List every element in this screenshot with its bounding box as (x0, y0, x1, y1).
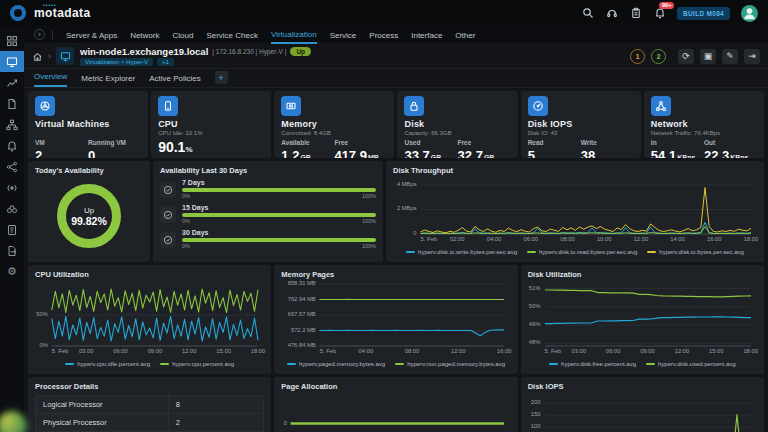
tab-active-policies[interactable]: Active Policies (149, 74, 201, 87)
stat-value: 32.7 (458, 148, 483, 158)
user-avatar[interactable] (741, 5, 758, 22)
brand-name: motadata ••••• (34, 6, 91, 20)
stat-value: 38 (581, 148, 595, 158)
stat-label: Used (404, 139, 457, 146)
kpi-card-memory: Memory Committed: 8.4GB Available1.2GB F… (274, 91, 394, 158)
kpi-subtitle: CPU Idle: 10.1% (158, 130, 264, 138)
scale-min: 0% (182, 218, 190, 224)
nav-item-cloud[interactable]: Cloud (172, 27, 193, 43)
stat-label: Out (704, 139, 757, 146)
nav-item-server-apps[interactable]: Server & Apps (66, 27, 117, 43)
cpu-utilization-chart: 50%0%5. Feb03:0006:0009:0012:0015:0018:0… (35, 279, 264, 359)
availability-row: 7 Days 0%100% (160, 179, 376, 199)
export-button[interactable]: ▣ (700, 49, 716, 64)
sidebar-item-report-icon[interactable] (0, 219, 24, 240)
severity-marker-1[interactable]: 1 (630, 49, 645, 64)
cpu-usage-value: 90.1 (158, 139, 185, 155)
availability-row-label: 30 Days (182, 229, 376, 236)
motadata-logo-icon (10, 5, 26, 21)
dashboard-tabs: Overview Metric Explorer Active Policies… (24, 69, 768, 88)
sidebar-item-monitor[interactable] (0, 51, 24, 72)
nav-item-process[interactable]: Process (369, 27, 398, 43)
sidebar-item-binoculars-icon[interactable] (0, 198, 24, 219)
sidebar-item-trend-chart-icon[interactable] (0, 72, 24, 93)
gauge-icon (160, 207, 176, 223)
kpi-title: Disk (404, 119, 510, 129)
card-title: Disk IOPS (528, 382, 757, 391)
table-row: Logical Processor 8 (36, 396, 263, 414)
nav-item-network[interactable]: Network (130, 27, 159, 43)
gauge-icon (160, 232, 176, 248)
cpu-utilization-card: CPU Utilization 50%0%5. Feb03:0006:0009:… (28, 265, 271, 374)
nav-item-service-check[interactable]: Service Check (206, 27, 258, 43)
exit-fullscreen-button[interactable]: ⇥ (744, 49, 760, 64)
memory-pages-card: Memory Pages 858.31 MB762.94 MB667.57 MB… (274, 265, 517, 374)
card-title: CPU Utilization (35, 270, 264, 279)
processor-table: Logical Processor 8 Physical Processor 2… (35, 395, 264, 432)
apps-grid-icon[interactable] (0, 30, 24, 51)
search-icon[interactable] (581, 7, 594, 20)
sidebar-item-sitemap-icon[interactable] (0, 114, 24, 135)
page-allocation-chart: 0 (281, 391, 510, 432)
stat-value: 54.1 (651, 148, 676, 158)
breadcrumb-chevron-icon: › (48, 51, 51, 61)
card-title: Disk Utilization (528, 270, 757, 279)
host-tag-chip[interactable]: Virtualization > Hyper-V (80, 58, 153, 66)
cpu-usage-unit: % (185, 145, 192, 154)
severity-marker-2[interactable]: 2 (651, 49, 666, 64)
tab-overview[interactable]: Overview (34, 72, 67, 87)
disk-iops-gauge-icon (528, 96, 548, 116)
scale-min: 0% (182, 243, 190, 249)
kpi-title: Disk IOPS (528, 119, 634, 129)
edit-button[interactable]: ✎ (722, 49, 738, 64)
kpi-subtitle: Capacity: 66.3GB (404, 130, 510, 138)
home-icon[interactable] (32, 51, 43, 62)
add-tab-button[interactable]: + (215, 71, 228, 84)
kpi-title: Virtual Machines (35, 119, 141, 129)
nav-item-virtualization[interactable]: Virtualization (271, 26, 317, 44)
tab-metric-explorer[interactable]: Metric Explorer (81, 74, 135, 87)
processor-details-card: Processor Details Logical Processor 8 Ph… (28, 377, 271, 432)
disk-throughput-card: Disk Throughput 4 MBps2 MBps05. Feb02:00… (386, 161, 764, 262)
stat-value: 5 (528, 148, 535, 158)
stat-value: 1.2 (281, 148, 299, 158)
disk-iops-chart: 200150100500 (528, 391, 757, 432)
kpi-card-disk: Disk Capacity: 66.3GB Used33.7GB Free32.… (397, 91, 517, 158)
availability-30-days-card: Availability Last 30 Days 7 Days 0%100% … (153, 161, 383, 262)
tasks-clipboard-icon[interactable] (629, 7, 642, 20)
availability-bar (182, 188, 376, 192)
hyperv-host-icon[interactable] (56, 47, 74, 65)
card-title: Today's Availability (35, 166, 143, 175)
memory-icon (281, 96, 301, 116)
chart-legend: hyperv.disk.io.write.bytes.per.sec.avghy… (393, 247, 757, 257)
settings-gear-icon[interactable]: ⚙ (0, 261, 24, 282)
virtual-machines-icon (35, 96, 55, 116)
sidebar-item-file-export-icon[interactable] (0, 240, 24, 261)
stat-value: 2 (35, 148, 42, 158)
scale-min: 0% (182, 193, 190, 199)
refresh-button[interactable]: ⟳ (678, 49, 694, 64)
nav-item-other[interactable]: Other (455, 27, 475, 43)
kpi-subtitle (35, 130, 141, 138)
stat-value: 22.3 (704, 148, 729, 158)
sidebar-item-alerts-bell-icon[interactable] (0, 135, 24, 156)
stat-unit: GB (484, 154, 495, 158)
sidebar-item-share-nodes-icon[interactable] (0, 156, 24, 177)
availability-bar (182, 238, 376, 242)
memory-pages-chart: 858.31 MB762.94 MB667.57 MB572.2 MB476.8… (281, 279, 510, 359)
top-bar: motadata ••••• 99+ BUILD M084 (0, 0, 768, 26)
row-value: 8 (168, 396, 263, 413)
kpi-title: Network (651, 119, 757, 129)
host-more-tags-chip[interactable]: +1 (157, 58, 174, 66)
stat-label: Running VM (88, 139, 141, 146)
nav-item-interface[interactable]: Interface (411, 27, 442, 43)
nav-item-service[interactable]: Service (330, 27, 357, 43)
support-headset-icon[interactable] (605, 7, 618, 20)
sidebar-item-document-icon[interactable] (0, 93, 24, 114)
nav-collapse-chevron-icon[interactable]: › (34, 29, 45, 40)
sidebar-item-broadcast-icon[interactable] (0, 177, 24, 198)
stat-label: Read (528, 139, 581, 146)
row-label: Physical Processor (36, 418, 168, 427)
host-info: win-node1.exchange19.local | 172.16.8.23… (80, 46, 311, 66)
notifications-bell-icon[interactable]: 99+ (653, 7, 666, 20)
